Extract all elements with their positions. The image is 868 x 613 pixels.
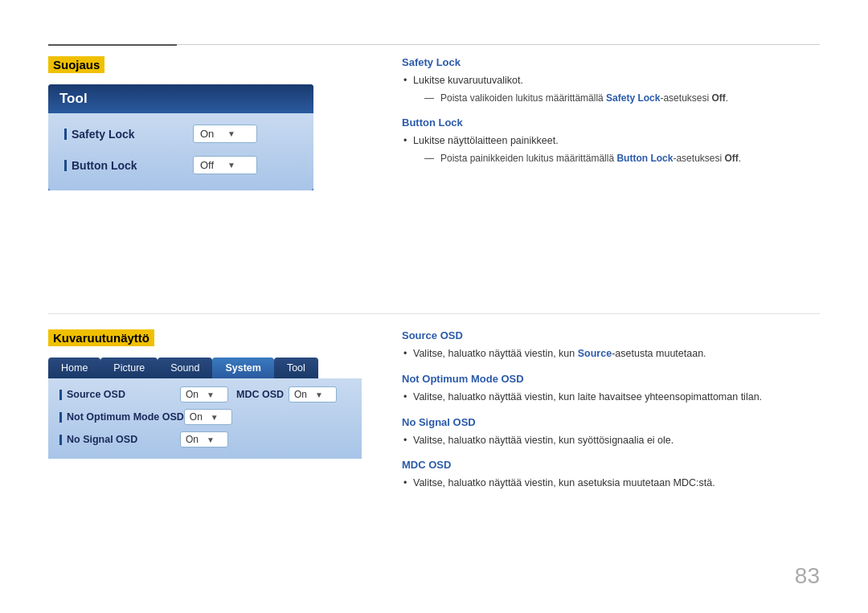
button-lock-label: Button Lock — [64, 159, 193, 172]
button-lock-value: Off — [200, 159, 223, 171]
suojaus-title: Suojaus — [48, 56, 104, 73]
kuvaruutu-title: Kuvaruutunäyttö — [48, 329, 154, 346]
button-lock-highlight: Button Lock — [616, 153, 673, 164]
safety-lock-row: Safety Lock On ▼ — [64, 125, 297, 143]
no-signal-label: No Signal OSD — [59, 434, 180, 445]
tab-tool[interactable]: Tool — [274, 358, 318, 378]
safety-lock-desc-list: Lukitse kuvaruutuvalikot. Poista valikoi… — [402, 73, 820, 105]
tool-panel-body: Safety Lock On ▼ Button Lock Off ▼ — [48, 113, 313, 190]
no-signal-value: On — [186, 434, 202, 445]
suojaus-descriptions: Safety Lock Lukitse kuvaruutuvalikot. Po… — [402, 56, 820, 177]
safety-lock-desc-title: Safety Lock — [402, 56, 820, 68]
safety-lock-desc-sub: Poista valikoiden lukitus määrittämällä … — [424, 91, 820, 105]
tab-picture[interactable]: Picture — [100, 358, 158, 378]
safety-lock-select[interactable]: On ▼ — [193, 125, 257, 143]
page-number: 83 — [795, 563, 820, 589]
mdc-osd-desc-item: Valitse, haluatko näyttää viestin, kun a… — [402, 476, 820, 491]
tool-panel: Tool Safety Lock On ▼ Button Lock Off — [48, 84, 313, 190]
source-osd-desc-item: Valitse, haluatko näyttää viestin, kun S… — [402, 346, 820, 362]
no-signal-arrow: ▼ — [207, 435, 223, 444]
not-optimum-mode-row: Not Optimum Mode OSD On ▼ — [59, 409, 350, 425]
not-optimum-desc-item: Valitse, haluatko näyttää viestin, kun l… — [402, 390, 820, 405]
not-optimum-mode-select[interactable]: On ▼ — [184, 409, 232, 425]
tool-panel-header: Tool — [48, 84, 313, 113]
mdc-osd-select[interactable]: On ▼ — [289, 386, 337, 403]
not-optimum-mode-label: Not Optimum Mode OSD — [59, 411, 184, 423]
no-signal-select[interactable]: On ▼ — [180, 431, 228, 447]
tool-panel-title: Tool — [59, 91, 88, 106]
mdc-osd-desc: MDC OSD Valitse, haluatko näyttää viesti… — [402, 459, 820, 491]
mdc-osd-label: MDC OSD — [236, 389, 284, 400]
safety-lock-value: On — [200, 128, 223, 140]
safety-lock-desc-item: Lukitse kuvaruutuvalikot. Poista valikoi… — [402, 73, 820, 105]
safety-lock-dropdown-arrow: ▼ — [227, 129, 250, 138]
no-signal-desc-title: No Signal OSD — [402, 416, 820, 428]
source-osd-arrow: ▼ — [207, 390, 223, 399]
button-lock-desc-item: Lukitse näyttölaitteen painikkeet. Poist… — [402, 133, 820, 166]
source-osd-label: Source OSD — [59, 389, 180, 400]
button-lock-desc-sub: Poista painikkeiden lukitus määrittämäll… — [424, 151, 820, 166]
button-lock-dropdown-arrow: ▼ — [227, 161, 250, 170]
safety-lock-highlight: Safety Lock — [606, 92, 660, 104]
kuvaruutu-section: Kuvaruutunäyttö Home Picture Sound Syste… — [48, 329, 386, 459]
mdc-osd-value: On — [294, 389, 310, 400]
mdc-osd-arrow: ▼ — [315, 390, 331, 399]
source-highlight: Source — [578, 348, 612, 359]
nav-panel-body: Source OSD On ▼ MDC OSD On ▼ Not Optimum… — [48, 378, 362, 459]
tab-system[interactable]: System — [212, 358, 273, 378]
safety-lock-desc: Safety Lock Lukitse kuvaruutuvalikot. Po… — [402, 56, 820, 105]
source-osd-desc-title: Source OSD — [402, 329, 820, 341]
nav-tabs: Home Picture Sound System Tool — [48, 358, 362, 378]
not-optimum-mode-arrow: ▼ — [211, 413, 227, 422]
button-lock-desc: Button Lock Lukitse näyttölaitteen paini… — [402, 116, 820, 166]
suojaus-section: Suojaus Tool Safety Lock On ▼ Button Loc… — [48, 56, 370, 190]
not-optimum-mode-value: On — [190, 411, 206, 423]
button-lock-row: Button Lock Off ▼ — [64, 156, 297, 174]
nav-panel: Home Picture Sound System Tool Source OS… — [48, 358, 362, 459]
button-lock-select[interactable]: Off ▼ — [193, 156, 257, 174]
tab-sound[interactable]: Sound — [158, 358, 212, 378]
tab-home[interactable]: Home — [48, 358, 100, 378]
source-osd-desc-list: Valitse, haluatko näyttää viestin, kun S… — [402, 346, 820, 362]
no-signal-desc-item: Valitse, haluatko näyttää viestin, kun s… — [402, 433, 820, 448]
mdc-osd-desc-title: MDC OSD — [402, 459, 820, 471]
safety-lock-label: Safety Lock — [64, 128, 193, 141]
no-signal-row: No Signal OSD On ▼ — [59, 431, 350, 447]
not-optimum-desc-list: Valitse, haluatko näyttää viestin, kun l… — [402, 390, 820, 405]
middle-divider — [48, 313, 820, 314]
not-optimum-desc-title: Not Optimum Mode OSD — [402, 373, 820, 385]
no-signal-desc: No Signal OSD Valitse, haluatko näyttää … — [402, 416, 820, 448]
kuvaruutu-descriptions: Source OSD Valitse, haluatko näyttää vie… — [402, 329, 820, 502]
source-osd-desc: Source OSD Valitse, haluatko näyttää vie… — [402, 329, 820, 362]
not-optimum-desc: Not Optimum Mode OSD Valitse, haluatko n… — [402, 373, 820, 405]
source-osd-row: Source OSD On ▼ MDC OSD On ▼ — [59, 386, 350, 403]
source-osd-value: On — [186, 389, 202, 400]
top-accent-line — [48, 44, 177, 46]
mdc-osd-desc-list: Valitse, haluatko näyttää viestin, kun a… — [402, 476, 820, 491]
source-osd-select[interactable]: On ▼ — [180, 386, 228, 403]
no-signal-desc-list: Valitse, haluatko näyttää viestin, kun s… — [402, 433, 820, 448]
button-lock-desc-list: Lukitse näyttölaitteen painikkeet. Poist… — [402, 133, 820, 166]
button-lock-desc-title: Button Lock — [402, 116, 820, 129]
